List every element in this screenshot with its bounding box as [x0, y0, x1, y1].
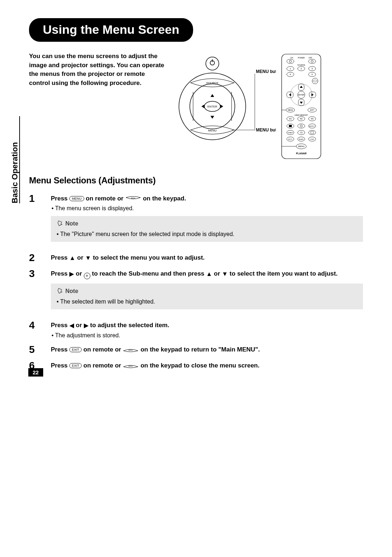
right-triangle-icon: ▶ — [69, 270, 74, 278]
remote-light: LIGHT — [310, 138, 314, 140]
step-number: 5 — [29, 345, 40, 355]
svg-rect-46 — [311, 131, 314, 134]
remote-diagram: ON POWER OFF SOURCE 1 2 3 4 — [279, 52, 323, 161]
step-text: on remote or — [84, 195, 125, 202]
note-icon — [57, 288, 63, 294]
remote-src4: 4 — [290, 73, 291, 76]
remote-cs: CS — [300, 131, 303, 134]
remote-blank: BLANK — [299, 138, 303, 140]
step-text: Press — [51, 254, 69, 261]
step-6: 6 Press EXIT on remote or MENU on the ke… — [29, 361, 363, 371]
note-body: • The selected item will be highlighted. — [57, 298, 357, 305]
remote-auto: AUTO — [288, 138, 292, 140]
enter-button-icon: ⊚ — [84, 273, 90, 279]
step-4: 4 Press ◀ or ▶ to adjust the selected it… — [29, 320, 363, 339]
step-text: on the keypad to close the menu screen. — [140, 362, 260, 369]
svg-marker-5 — [211, 116, 214, 119]
exit-button-icon: EXIT — [69, 363, 82, 368]
step-text: or — [74, 322, 83, 329]
remote-menu-bottom: MENU — [298, 145, 305, 147]
remote-usermem-label: USER MEMORY — [294, 114, 308, 116]
svg-marker-6 — [201, 105, 204, 108]
step-text: to adjust the selected item. — [89, 322, 170, 329]
remote-m1: M1 — [289, 118, 292, 120]
step-number: 3 — [29, 269, 40, 314]
remote-sharp: SHARP — [288, 132, 293, 134]
intro-paragraph: You can use the menu screens to adjust t… — [29, 52, 167, 161]
step-number: 4 — [29, 320, 40, 339]
keypad-menu-icon: MENU — [125, 196, 141, 201]
menu-button-label-top: MENU button — [256, 69, 276, 74]
svg-point-13 — [287, 59, 294, 64]
remote-source-label: SOURCE — [297, 64, 305, 66]
note-box: Note • The selected item will be highlig… — [51, 284, 363, 309]
svg-marker-31 — [300, 102, 303, 104]
svg-text:MENU: MENU — [131, 197, 135, 199]
svg-text:MENU: MENU — [129, 365, 133, 367]
step-text: on remote or — [82, 346, 123, 353]
step-text: Press — [51, 322, 69, 329]
remote-on-label: ON — [290, 57, 293, 59]
step-text: Press — [51, 362, 69, 369]
remote-m3: M3 — [311, 118, 314, 120]
remote-power-label: POWER — [298, 57, 305, 59]
up-triangle-icon: ▲ — [206, 271, 212, 278]
svg-point-40 — [298, 124, 305, 128]
step-bullet: • The adjustment is stored. — [52, 332, 363, 339]
step-text: on remote or — [82, 362, 123, 369]
step-number: 1 — [29, 194, 40, 247]
svg-marker-7 — [220, 105, 223, 108]
remote-aspect: ASPECT — [309, 125, 315, 127]
keypad-enter-label: ENTER — [207, 105, 217, 108]
svg-point-15 — [289, 60, 291, 62]
step-text: Press — [51, 346, 69, 353]
keypad-source-label: SOURCE — [206, 81, 219, 85]
keypad-menu-icon: MENU — [123, 363, 139, 368]
svg-point-45 — [309, 130, 316, 135]
svg-marker-29 — [300, 86, 303, 88]
note-title-text: Note — [65, 220, 78, 227]
down-triangle-icon: ▼ — [222, 271, 228, 278]
remote-src5: 5 — [311, 73, 313, 76]
remote-brand: PLANAR — [296, 152, 306, 155]
step-text: on the keypad to return to "Main MENU". — [140, 346, 260, 353]
svg-text:MENU: MENU — [129, 349, 133, 351]
remote-exit: EXIT — [310, 109, 314, 111]
right-triangle-icon: ▶ — [84, 322, 89, 329]
step-1: 1 Press MENU on remote or MENU on the ke… — [29, 194, 363, 247]
side-tab: Basic Operation — [11, 116, 23, 203]
step-2: 2 Press ▲ or ▼ to select the menu you wa… — [29, 253, 363, 263]
step-bullet: • The menu screen is displayed. — [52, 205, 363, 212]
remote-src1: 1 — [290, 68, 291, 70]
step-number: 2 — [29, 253, 40, 263]
step-text: or — [212, 270, 222, 277]
step-5: 5 Press EXIT on remote or MENU on the ke… — [29, 345, 363, 355]
svg-point-14 — [309, 59, 316, 64]
step-text: to select the menu you want to adjust. — [91, 254, 205, 261]
keypad-menu-label: MENU — [208, 129, 217, 132]
svg-marker-27 — [311, 93, 314, 96]
step-text: Press — [51, 270, 69, 277]
step-text: to select the item you want to adjust. — [228, 270, 338, 277]
remote-src3: 3 — [311, 68, 313, 70]
note-body: • The "Picture" menu screen for the sele… — [57, 231, 357, 237]
step-text: to reach the Sub-menu and then press — [90, 270, 206, 277]
exit-button-icon: EXIT — [69, 347, 82, 352]
svg-rect-39 — [289, 125, 292, 127]
svg-rect-12 — [282, 54, 321, 159]
step-text: or — [74, 270, 83, 277]
step-text: on the keypad. — [143, 195, 186, 202]
svg-point-0 — [206, 57, 219, 70]
remote-menu: MENU — [288, 109, 293, 111]
svg-marker-25 — [289, 93, 291, 96]
down-triangle-icon: ▼ — [85, 255, 91, 262]
menu-button-icon: MENU — [69, 196, 84, 201]
svg-point-16 — [311, 60, 313, 62]
step-text: or — [75, 254, 85, 261]
menu-button-label-bottom: MENU button — [256, 127, 276, 133]
page-title: Using the Menu Screen — [29, 18, 193, 42]
section-heading: Menu Selections (Adjustments) — [29, 175, 363, 186]
left-triangle-icon: ◀ — [69, 322, 74, 329]
remote-enter: ENTER — [298, 94, 305, 96]
step-text: Press — [51, 195, 69, 202]
